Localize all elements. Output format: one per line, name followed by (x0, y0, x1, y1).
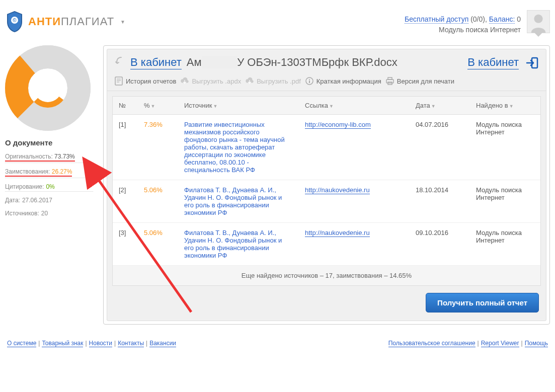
footer-link[interactable]: Помощь (525, 340, 548, 347)
cell-found: Модуль поиска Интернет (470, 115, 540, 180)
table-row[interactable]: [3]5.06%Филатова Т. В., Дунаева А. И., У… (113, 223, 540, 266)
col-pct[interactable]: %▼ (138, 97, 178, 115)
balance-link[interactable]: Баланс: (489, 15, 515, 24)
cloud-download-icon (180, 76, 189, 86)
footer-link[interactable]: Новости (89, 340, 112, 347)
svg-point-2 (534, 15, 542, 23)
shield-icon: © (5, 10, 24, 33)
cell-pct: 5.06% (138, 180, 178, 223)
cabinet-enter-icon[interactable] (526, 55, 539, 69)
cell-src: Филатова Т. В., Дунаева А. И., Удачин Н.… (178, 180, 299, 223)
header: © АНТИПЛАГИАТ ▼ Бесплатный доступ (0/0),… (0, 0, 555, 40)
svg-rect-15 (386, 80, 393, 83)
table-row[interactable]: [2]5.06%Филатова Т. В., Дунаева А. И., У… (113, 180, 540, 223)
cell-num: [3] (113, 223, 138, 266)
footer-link[interactable]: Пользовательское соглашение (388, 340, 475, 347)
footer-link[interactable]: Товарный знак (42, 340, 83, 347)
cell-found: Модуль поиска Интернет (470, 180, 540, 223)
originality-row: Оригинальность: 73.73% (5, 153, 93, 163)
sources-table: № %▼ Источник▼ Ссылка▼ Дата▼ Найдено в▼ … (112, 96, 541, 286)
cell-num: [1] (113, 115, 138, 180)
cloud-download-icon (245, 76, 254, 86)
col-src[interactable]: Источник▼ (178, 97, 299, 115)
cell-pct: 5.06% (138, 223, 178, 266)
cell-num: [2] (113, 180, 138, 223)
source-link[interactable]: http://naukovedenie.ru (305, 229, 370, 237)
cell-src: Развитие инвестиционных механизмов росси… (178, 115, 299, 180)
footer-left-links: О системе|Товарный знак|Новости|Контакты… (7, 340, 176, 347)
source-link[interactable]: http://economy-lib.com (305, 121, 371, 129)
col-num[interactable]: № (113, 97, 138, 115)
balance-value: 0 (517, 15, 521, 23)
titlebar: В кабинет АмXУ ОБЭн-1303ТМБрфк ВКР.docx … (107, 49, 546, 73)
cabinet-link-right[interactable]: В кабинет (467, 56, 519, 69)
svg-point-13 (309, 79, 310, 80)
chevron-down-icon[interactable]: ▼ (120, 19, 125, 25)
table-header-row: № %▼ Источник▼ Ссылка▼ Дата▼ Найдено в▼ (113, 97, 540, 115)
more-sources-row: Еще найдено источников – 17, заимствован… (113, 266, 540, 285)
cell-link: http://naukovedenie.ru (299, 223, 410, 266)
footer-link[interactable]: Вакансии (149, 340, 176, 347)
svg-rect-8 (115, 77, 122, 85)
footer: О системе|Товарный знак|Новости|Контакты… (0, 330, 555, 357)
free-access-link[interactable]: Бесплатный доступ (405, 15, 468, 24)
document-name: АмXУ ОБЭн-1303ТМБрфк ВКР.docx (187, 56, 463, 69)
cell-date: 09.10.2016 (410, 223, 470, 266)
citation-row: Цитирование: 0% (5, 183, 93, 192)
cell-src: Филатова Т. В., Дунаева А. И., Удачин Н.… (178, 223, 299, 266)
cell-link: http://economy-lib.com (299, 115, 410, 180)
originality-donut-chart (5, 45, 91, 131)
brief-info-button[interactable]: Краткая информация (305, 76, 381, 86)
avatar[interactable] (527, 10, 550, 33)
footer-link[interactable]: О системе (7, 340, 36, 347)
action-bar: Получить полный отчет (107, 286, 546, 316)
cell-date: 04.07.2016 (410, 115, 470, 180)
module-text: Модуль поиска Интернет (439, 26, 521, 34)
back-to-cabinet-link[interactable]: В кабинет (130, 56, 182, 69)
export-apdx-button: Выгрузить .apdx (180, 76, 241, 86)
cell-pct: 7.36% (138, 115, 178, 180)
sidebar: О документе Оригинальность: 73.73% Заимс… (5, 45, 93, 325)
cell-link: http://naukovedenie.ru (299, 180, 410, 223)
history-button[interactable]: История отчетов (114, 76, 176, 86)
cell-found: Модуль поиска Интернет (470, 223, 540, 266)
col-link[interactable]: Ссылка▼ (299, 97, 410, 115)
source-link[interactable]: http://naukovedenie.ru (305, 186, 370, 194)
col-found[interactable]: Найдено в▼ (470, 97, 540, 115)
svg-text:©: © (13, 18, 17, 23)
export-pdf-button: Выгрузить .pdf (245, 76, 301, 86)
plagiarism-row: Заимствования: 26.27% (5, 168, 93, 178)
logo-text: АНТИПЛАГИАТ (28, 15, 114, 28)
main-panel: В кабинет АмXУ ОБЭн-1303ТМБрфк ВКР.docx … (103, 45, 550, 325)
print-button[interactable]: Версия для печати (385, 76, 454, 86)
back-arrow-icon[interactable] (114, 55, 125, 69)
content: О документе Оригинальность: 73.73% Заимс… (0, 40, 555, 330)
footer-link[interactable]: Report Viewer (481, 340, 519, 347)
date-row: Дата: 27.06.2017 (5, 197, 93, 205)
toolbar: История отчетов Выгрузить .apdx Выгрузит… (107, 73, 546, 91)
svg-rect-16 (388, 77, 392, 80)
full-report-button[interactable]: Получить полный отчет (426, 293, 539, 312)
about-document-title: О документе (5, 138, 93, 147)
svg-rect-14 (309, 81, 310, 83)
printer-icon (385, 76, 394, 86)
logo[interactable]: © АНТИПЛАГИАТ ▼ (5, 10, 125, 33)
info-icon (305, 76, 314, 86)
col-date[interactable]: Дата▼ (410, 97, 470, 115)
table-row[interactable]: [1]7.36%Развитие инвестиционных механизм… (113, 115, 540, 180)
footer-link[interactable]: Контакты (118, 340, 144, 347)
sources-row: Источников: 20 (5, 210, 93, 218)
header-right: Бесплатный доступ (0/0), Баланс: 0 Модул… (405, 10, 550, 35)
cell-date: 18.10.2014 (410, 180, 470, 223)
svg-point-6 (34, 74, 62, 102)
footer-right-links: Пользовательское соглашение|Report Viewe… (388, 340, 548, 347)
document-icon (114, 76, 123, 86)
free-access-count: (0/0), (470, 15, 487, 23)
